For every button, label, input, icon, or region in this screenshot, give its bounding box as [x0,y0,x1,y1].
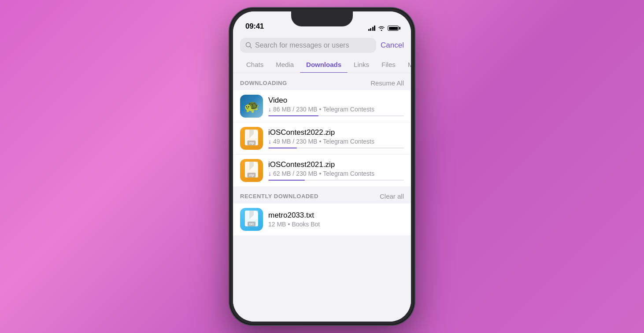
zip1-arrow-icon: ↓ [268,138,271,145]
zip1-progress-bar [268,148,297,148]
clear-all-button[interactable]: Clear all [380,192,404,200]
downloading-list: 🐢 Video ↓ 86 MB / 230 MB • Telegram Cont… [233,90,411,186]
video-thumbnail: 🐢 [240,95,263,118]
tab-downloads[interactable]: Downloads [300,58,348,73]
video-info: Video ↓ 86 MB / 230 MB • Telegram Contes… [268,96,404,116]
recently-downloaded-header: RECENTLY DOWNLOADED Clear all [233,186,411,204]
zip2-progress-bar [268,180,305,181]
tab-links[interactable]: Links [348,58,375,73]
zip1-separator: • [319,138,321,145]
tab-files[interactable]: Files [375,58,402,73]
status-icons [368,26,399,31]
zip2-arrow-icon: ↓ [268,170,271,177]
txt-file-shape: txt [244,211,259,228]
zip2-name: iOSContest2021.zip [268,160,404,169]
notch [291,11,353,26]
tabs-section: Chats Media Downloads Links Files Music [233,53,411,73]
zip2-size: 62 MB / 230 MB [273,170,317,177]
search-icon [245,42,252,49]
txt-icon: txt [240,208,263,231]
tab-media[interactable]: Media [270,58,300,73]
downloading-section-header: DOWNLOADING Resume All [233,73,411,90]
zip1-meta: ↓ 49 MB / 230 MB • Telegram Contests [268,138,404,145]
download-item-txt[interactable]: txt metro2033.txt 12 MB • Books Bot [233,204,411,235]
zip1-info: iOSContest2022.zip ↓ 49 MB / 230 MB • Te… [268,128,404,148]
search-placeholder: Search for messages or users [255,41,349,49]
zip2-info: iOSContest2021.zip ↓ 62 MB / 230 MB • Te… [268,160,404,181]
video-meta: ↓ 86 MB / 230 MB • Telegram Contests [268,106,404,113]
screen-content: Search for messages or users Cancel Chat… [233,33,411,322]
battery-fill [389,27,398,30]
txt-tag: txt [248,222,255,226]
txt-source: Books Bot [292,221,320,228]
svg-line-1 [250,47,252,48]
wifi-icon [378,26,385,31]
recently-downloaded-list: txt metro2033.txt 12 MB • Books Bot [233,204,411,235]
txt-info: metro2033.txt 12 MB • Books Bot [268,211,404,228]
txt-separator: • [288,221,290,228]
signal-bars-icon [368,26,376,31]
tabs-scroll: Chats Media Downloads Links Files Music [233,58,411,73]
zip2-icon: zip [240,159,263,182]
phone-screen: 09:41 [233,11,411,322]
signal-bar-1 [368,29,370,31]
download-item-zip1[interactable]: zip iOSContest2022.zip ↓ 49 MB / 230 MB … [233,122,411,155]
status-time: 09:41 [245,22,264,31]
download-arrow-icon: ↓ [268,106,271,113]
zip2-tag: zip [247,173,255,178]
zip1-icon: zip [240,127,263,150]
zip2-meta: ↓ 62 MB / 230 MB • Telegram Contests [268,170,404,177]
zip1-source: Telegram Contests [323,138,374,145]
resume-all-button[interactable]: Resume All [370,79,404,87]
downloading-title: DOWNLOADING [240,80,287,86]
video-name: Video [268,96,404,105]
zip1-tag: zip [247,141,255,145]
zip1-file-shape: zip [244,130,259,147]
zip2-progress-container [268,180,404,181]
zip1-size: 49 MB / 230 MB [273,138,317,145]
tab-chats[interactable]: Chats [240,58,270,73]
search-section: Search for messages or users Cancel [233,33,411,53]
video-progress-container [268,115,404,116]
battery-icon [388,26,399,31]
search-bar[interactable]: Search for messages or users [240,38,376,53]
download-item-video[interactable]: 🐢 Video ↓ 86 MB / 230 MB • Telegram Cont… [233,90,411,122]
turtle-image: 🐢 [240,95,263,118]
txt-name: metro2033.txt [268,211,404,220]
signal-bar-2 [370,28,371,31]
phone-wrapper: 09:41 [229,8,415,325]
txt-size: 12 MB [268,221,286,228]
zip2-source: Telegram Contests [323,170,374,177]
video-source: Telegram Contests [323,106,374,113]
zip2-file-shape: zip [244,162,259,179]
video-size: 86 MB / 230 MB [273,106,317,113]
zip1-progress-container [268,148,404,148]
zip1-name: iOSContest2022.zip [268,128,404,137]
cancel-button[interactable]: Cancel [381,41,404,50]
tab-music[interactable]: Music [402,58,411,73]
phone-frame: 09:41 [229,8,415,325]
video-progress-bar [268,115,318,116]
recently-downloaded-title: RECENTLY DOWNLOADED [240,193,318,200]
signal-bar-4 [374,26,375,31]
txt-meta: 12 MB • Books Bot [268,221,404,228]
download-item-zip2[interactable]: zip iOSContest2021.zip ↓ 62 MB / 230 MB … [233,155,411,186]
zip2-separator: • [319,170,321,177]
turtle-icon: 🐢 [244,99,259,114]
video-separator: • [319,106,321,113]
signal-bar-3 [372,27,374,31]
